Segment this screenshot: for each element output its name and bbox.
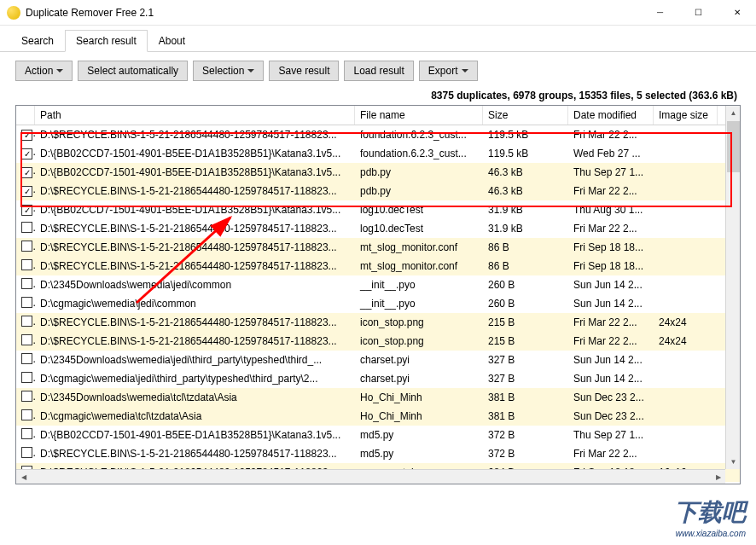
cell-path: D:\{BB02CCD7-1501-4901-B5EE-D1A1B3528B51… (35, 204, 355, 216)
table-row[interactable]: ✓D:\$RECYCLE.BIN\S-1-5-21-2186544480-125… (16, 182, 740, 200)
cell-date: Fri Sep 18 18... (568, 260, 654, 272)
export-button[interactable]: Export (419, 61, 478, 81)
row-checkbox[interactable] (21, 428, 32, 439)
table-row[interactable]: D:\$RECYCLE.BIN\S-1-5-21-2186544480-1259… (16, 238, 740, 257)
row-checkbox[interactable] (21, 259, 32, 270)
cell-path: D:\cgmagic\wemedia\jedi\common (35, 298, 355, 310)
horizontal-scrollbar[interactable]: ◀ ▶ (16, 469, 725, 484)
table-row[interactable]: D:\$RECYCLE.BIN\S-1-5-21-2186544480-1259… (16, 332, 740, 351)
tab-about[interactable]: About (148, 30, 196, 52)
column-size[interactable]: Size (483, 106, 568, 125)
table-row[interactable]: D:\2345Downloads\wemedia\jedi\third_part… (16, 351, 740, 369)
cell-size: 46.3 kB (483, 166, 568, 178)
table-row[interactable]: D:\{BB02CCD7-1501-4901-B5EE-D1A1B3528B51… (16, 426, 740, 444)
cell-filename: charset.pyi (355, 354, 483, 366)
cell-size: 381 B (483, 391, 568, 403)
tab-search[interactable]: Search (10, 30, 65, 52)
cell-path: D:\$RECYCLE.BIN\S-1-5-21-2186544480-1259… (35, 316, 355, 328)
column-filename[interactable]: File name (355, 106, 483, 125)
cell-path: D:\2345Downloads\wemedia\jedi\third_part… (35, 354, 355, 366)
row-checkbox[interactable] (21, 334, 32, 345)
table-row[interactable]: ✓D:\$RECYCLE.BIN\S-1-5-21-2186544480-125… (16, 125, 740, 144)
cell-size: 31.9 kB (483, 204, 568, 216)
cell-filename: charset.pyi (355, 373, 483, 385)
save-result-button[interactable]: Save result (269, 61, 339, 81)
row-checkbox[interactable] (21, 447, 32, 458)
column-checkbox[interactable] (16, 106, 35, 125)
table-row[interactable]: ✓D:\{BB02CCD7-1501-4901-B5EE-D1A1B3528B5… (16, 163, 740, 182)
table-row[interactable]: ✓D:\{BB02CCD7-1501-4901-B5EE-D1A1B3528B5… (16, 200, 740, 219)
row-checkbox[interactable] (21, 372, 32, 383)
scroll-thumb[interactable] (727, 121, 740, 172)
row-checkbox[interactable] (21, 222, 32, 233)
table-row[interactable]: D:\$RECYCLE.BIN\S-1-5-21-2186544480-1259… (16, 219, 740, 238)
row-checkbox[interactable]: ✓ (21, 205, 32, 216)
cell-size: 119.5 kB (483, 148, 568, 159)
column-image-size[interactable]: Image size (654, 106, 718, 125)
scroll-right-icon[interactable]: ▶ (711, 470, 725, 484)
table-row[interactable]: D:\cgmagic\wemedia\tcl\tzdata\AsiaHo_Chi… (16, 407, 740, 426)
cell-path: D:\$RECYCLE.BIN\S-1-5-21-2186544480-1259… (35, 223, 355, 235)
table-row[interactable]: D:\$RECYCLE.BIN\S-1-5-21-2186544480-1259… (16, 444, 740, 463)
cell-path: D:\$RECYCLE.BIN\S-1-5-21-2186544480-1259… (35, 335, 355, 347)
table-row[interactable]: ✓D:\{BB02CCD7-1501-4901-B5EE-D1A1B3528B5… (16, 144, 740, 163)
scroll-down-icon[interactable]: ▼ (726, 455, 741, 469)
chevron-down-icon (56, 69, 63, 72)
row-checkbox[interactable]: ✓ (21, 130, 32, 141)
row-checkbox[interactable]: ✓ (21, 186, 32, 197)
row-checkbox[interactable]: ✓ (21, 167, 32, 178)
row-checkbox[interactable]: ✓ (21, 148, 32, 159)
select-automatically-button[interactable]: Select automatically (78, 61, 188, 81)
cell-filename: mt_slog_monitor.conf (355, 260, 483, 272)
cell-filename: Ho_Chi_Minh (355, 391, 483, 403)
row-checkbox[interactable] (21, 316, 32, 327)
result-grid: Path File name Size Date modified Image … (15, 105, 741, 484)
table-row[interactable]: D:\cgmagic\wemedia\jedi\common__init__.p… (16, 294, 740, 313)
row-checkbox[interactable] (21, 353, 32, 364)
close-button[interactable]: ✕ (718, 0, 756, 25)
scroll-up-icon[interactable]: ▲ (726, 106, 741, 120)
grid-body[interactable]: ✓D:\$RECYCLE.BIN\S-1-5-21-2186544480-125… (16, 125, 740, 484)
table-row[interactable]: D:\$RECYCLE.BIN\S-1-5-21-2186544480-1259… (16, 257, 740, 275)
selection-button[interactable]: Selection (193, 61, 264, 81)
cell-filename: mt_slog_monitor.conf (355, 241, 483, 253)
maximize-button[interactable]: ☐ (679, 0, 718, 25)
cell-filename: log10.decTest (355, 204, 483, 216)
cell-size: 327 B (483, 373, 568, 385)
cell-size: 381 B (483, 410, 568, 422)
cell-size: 86 B (483, 241, 568, 253)
cell-size: 372 B (483, 429, 568, 441)
cell-date: Fri Sep 18 18... (568, 241, 654, 253)
cell-image-size: 24x24 (654, 335, 718, 347)
cell-filename: pdb.py (355, 166, 483, 178)
row-checkbox[interactable] (21, 391, 32, 402)
cell-size: 119.5 kB (483, 129, 568, 141)
load-result-button[interactable]: Load result (344, 61, 413, 81)
minimize-button[interactable]: ─ (641, 0, 679, 25)
row-checkbox[interactable] (21, 241, 32, 252)
table-row[interactable]: D:\2345Downloads\wemedia\jedi\common__in… (16, 275, 740, 294)
cell-date: Sun Jun 14 2... (568, 279, 654, 291)
cell-date: Fri Mar 22 2... (568, 316, 654, 328)
cell-filename: __init__.pyo (355, 279, 483, 291)
cell-size: 372 B (483, 448, 568, 460)
cell-filename: icon_stop.png (355, 316, 483, 328)
vertical-scrollbar[interactable]: ▲ ▼ (725, 106, 740, 469)
table-row[interactable]: D:\cgmagic\wemedia\jedi\third_party\type… (16, 369, 740, 388)
column-path[interactable]: Path (35, 106, 355, 125)
action-button[interactable]: Action (15, 61, 73, 81)
cell-date: Sun Dec 23 2... (568, 410, 654, 422)
row-checkbox[interactable] (21, 278, 32, 289)
cell-size: 260 B (483, 279, 568, 291)
cell-filename: Ho_Chi_Minh (355, 410, 483, 422)
column-date[interactable]: Date modified (568, 106, 654, 125)
row-checkbox[interactable] (21, 409, 32, 420)
cell-size: 327 B (483, 354, 568, 366)
scroll-left-icon[interactable]: ◀ (16, 470, 31, 484)
table-row[interactable]: D:\2345Downloads\wemedia\tcl\tzdata\Asia… (16, 388, 740, 407)
table-row[interactable]: D:\$RECYCLE.BIN\S-1-5-21-2186544480-1259… (16, 313, 740, 332)
tab-search-result[interactable]: Search result (65, 30, 148, 52)
row-checkbox[interactable] (21, 297, 32, 308)
cell-filename: md5.py (355, 429, 483, 441)
cell-date: Sun Jun 14 2... (568, 373, 654, 385)
